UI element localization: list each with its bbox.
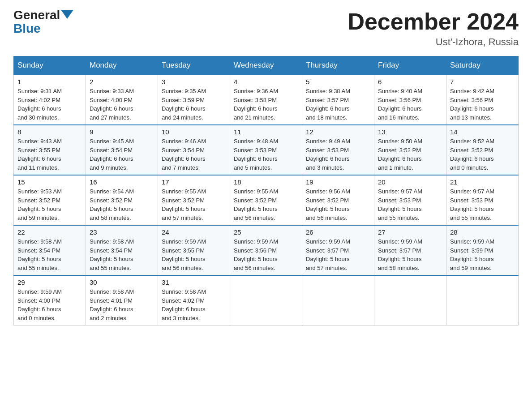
weekday-header-row: SundayMondayTuesdayWednesdayThursdayFrid… <box>14 56 519 75</box>
calendar-cell: 19Sunrise: 9:56 AMSunset: 3:52 PMDayligh… <box>302 175 374 225</box>
calendar-cell: 16Sunrise: 9:54 AMSunset: 3:52 PMDayligh… <box>86 175 158 225</box>
day-number: 13 <box>378 128 442 136</box>
day-info: Sunrise: 9:59 AMSunset: 3:59 PMDaylight:… <box>450 237 515 272</box>
weekday-header-friday: Friday <box>374 56 446 75</box>
calendar-cell: 15Sunrise: 9:53 AMSunset: 3:52 PMDayligh… <box>14 175 86 225</box>
day-info: Sunrise: 9:55 AMSunset: 3:52 PMDaylight:… <box>162 187 226 222</box>
calendar-cell: 23Sunrise: 9:58 AMSunset: 3:54 PMDayligh… <box>86 225 158 275</box>
logo-general-text: General <box>13 9 60 21</box>
calendar-cell: 24Sunrise: 9:59 AMSunset: 3:55 PMDayligh… <box>158 225 230 275</box>
page-header: General Blue December 2024 Ust'-Izhora, … <box>13 9 519 48</box>
calendar-cell <box>374 275 446 325</box>
day-info: Sunrise: 9:58 AMSunset: 3:54 PMDaylight:… <box>90 237 154 272</box>
day-number: 31 <box>162 278 226 286</box>
day-info: Sunrise: 9:45 AMSunset: 3:54 PMDaylight:… <box>90 137 154 172</box>
day-number: 6 <box>378 78 442 86</box>
week-row-3: 15Sunrise: 9:53 AMSunset: 3:52 PMDayligh… <box>14 175 519 225</box>
calendar-cell: 7Sunrise: 9:42 AMSunset: 3:56 PMDaylight… <box>446 75 519 125</box>
calendar-cell: 28Sunrise: 9:59 AMSunset: 3:59 PMDayligh… <box>446 225 519 275</box>
day-number: 10 <box>162 128 226 136</box>
day-number: 29 <box>17 278 82 286</box>
day-number: 8 <box>17 128 82 136</box>
day-info: Sunrise: 9:57 AMSunset: 3:53 PMDaylight:… <box>378 187 442 222</box>
day-info: Sunrise: 9:55 AMSunset: 3:52 PMDaylight:… <box>234 187 298 222</box>
calendar-cell: 8Sunrise: 9:43 AMSunset: 3:55 PMDaylight… <box>14 125 86 175</box>
calendar-cell: 6Sunrise: 9:40 AMSunset: 3:56 PMDaylight… <box>374 75 446 125</box>
day-number: 11 <box>234 128 298 136</box>
calendar-cell: 26Sunrise: 9:59 AMSunset: 3:57 PMDayligh… <box>302 225 374 275</box>
day-info: Sunrise: 9:54 AMSunset: 3:52 PMDaylight:… <box>90 187 154 222</box>
day-info: Sunrise: 9:35 AMSunset: 3:59 PMDaylight:… <box>162 87 226 122</box>
day-info: Sunrise: 9:52 AMSunset: 3:52 PMDaylight:… <box>450 137 515 172</box>
weekday-header-thursday: Thursday <box>302 56 374 75</box>
day-number: 17 <box>162 178 226 186</box>
day-number: 22 <box>17 228 82 236</box>
calendar-cell: 30Sunrise: 9:58 AMSunset: 4:01 PMDayligh… <box>86 275 158 325</box>
day-number: 19 <box>306 178 370 186</box>
weekday-header-tuesday: Tuesday <box>158 56 230 75</box>
day-info: Sunrise: 9:59 AMSunset: 3:57 PMDaylight:… <box>378 237 442 272</box>
day-number: 7 <box>450 78 515 86</box>
day-number: 18 <box>234 178 298 186</box>
day-number: 24 <box>162 228 226 236</box>
day-info: Sunrise: 9:53 AMSunset: 3:52 PMDaylight:… <box>17 187 82 222</box>
calendar-cell: 18Sunrise: 9:55 AMSunset: 3:52 PMDayligh… <box>230 175 302 225</box>
day-number: 27 <box>378 228 442 236</box>
day-number: 23 <box>90 228 154 236</box>
day-number: 4 <box>234 78 298 86</box>
day-number: 9 <box>90 128 154 136</box>
calendar-cell: 29Sunrise: 9:59 AMSunset: 4:00 PMDayligh… <box>14 275 86 325</box>
calendar-cell: 27Sunrise: 9:59 AMSunset: 3:57 PMDayligh… <box>374 225 446 275</box>
weekday-header-saturday: Saturday <box>446 56 519 75</box>
month-title: December 2024 <box>348 9 519 34</box>
calendar-cell: 4Sunrise: 9:36 AMSunset: 3:58 PMDaylight… <box>230 75 302 125</box>
day-number: 15 <box>17 178 82 186</box>
logo-blue-text: Blue <box>13 21 41 35</box>
calendar-cell: 22Sunrise: 9:58 AMSunset: 3:54 PMDayligh… <box>14 225 86 275</box>
day-number: 20 <box>378 178 442 186</box>
day-number: 14 <box>450 128 515 136</box>
day-number: 30 <box>90 278 154 286</box>
day-info: Sunrise: 9:59 AMSunset: 4:00 PMDaylight:… <box>17 287 82 322</box>
week-row-2: 8Sunrise: 9:43 AMSunset: 3:55 PMDaylight… <box>14 125 519 175</box>
calendar-body: 1Sunrise: 9:31 AMSunset: 4:02 PMDaylight… <box>14 75 519 325</box>
weekday-header-monday: Monday <box>86 56 158 75</box>
day-info: Sunrise: 9:58 AMSunset: 3:54 PMDaylight:… <box>17 237 82 272</box>
calendar-cell: 2Sunrise: 9:33 AMSunset: 4:00 PMDaylight… <box>86 75 158 125</box>
day-number: 5 <box>306 78 370 86</box>
day-number: 21 <box>450 178 515 186</box>
weekday-header-wednesday: Wednesday <box>230 56 302 75</box>
day-number: 16 <box>90 178 154 186</box>
day-info: Sunrise: 9:40 AMSunset: 3:56 PMDaylight:… <box>378 87 442 122</box>
calendar-cell: 12Sunrise: 9:49 AMSunset: 3:53 PMDayligh… <box>302 125 374 175</box>
day-info: Sunrise: 9:50 AMSunset: 3:52 PMDaylight:… <box>378 137 442 172</box>
calendar-cell: 1Sunrise: 9:31 AMSunset: 4:02 PMDaylight… <box>14 75 86 125</box>
week-row-4: 22Sunrise: 9:58 AMSunset: 3:54 PMDayligh… <box>14 225 519 275</box>
calendar-cell: 14Sunrise: 9:52 AMSunset: 3:52 PMDayligh… <box>446 125 519 175</box>
calendar-cell: 5Sunrise: 9:38 AMSunset: 3:57 PMDaylight… <box>302 75 374 125</box>
day-info: Sunrise: 9:48 AMSunset: 3:53 PMDaylight:… <box>234 137 298 172</box>
day-info: Sunrise: 9:59 AMSunset: 3:57 PMDaylight:… <box>306 237 370 272</box>
day-info: Sunrise: 9:56 AMSunset: 3:52 PMDaylight:… <box>306 187 370 222</box>
calendar-cell: 21Sunrise: 9:57 AMSunset: 3:53 PMDayligh… <box>446 175 519 225</box>
calendar-cell: 25Sunrise: 9:59 AMSunset: 3:56 PMDayligh… <box>230 225 302 275</box>
week-row-1: 1Sunrise: 9:31 AMSunset: 4:02 PMDaylight… <box>14 75 519 125</box>
calendar-cell <box>302 275 374 325</box>
week-row-5: 29Sunrise: 9:59 AMSunset: 4:00 PMDayligh… <box>14 275 519 325</box>
day-info: Sunrise: 9:49 AMSunset: 3:53 PMDaylight:… <box>306 137 370 172</box>
day-info: Sunrise: 9:59 AMSunset: 3:55 PMDaylight:… <box>162 237 226 272</box>
calendar-cell: 17Sunrise: 9:55 AMSunset: 3:52 PMDayligh… <box>158 175 230 225</box>
calendar-cell: 11Sunrise: 9:48 AMSunset: 3:53 PMDayligh… <box>230 125 302 175</box>
day-info: Sunrise: 9:43 AMSunset: 3:55 PMDaylight:… <box>17 137 82 172</box>
calendar-cell: 3Sunrise: 9:35 AMSunset: 3:59 PMDaylight… <box>158 75 230 125</box>
calendar-cell: 31Sunrise: 9:58 AMSunset: 4:02 PMDayligh… <box>158 275 230 325</box>
day-info: Sunrise: 9:33 AMSunset: 4:00 PMDaylight:… <box>90 87 154 122</box>
day-info: Sunrise: 9:31 AMSunset: 4:02 PMDaylight:… <box>17 87 82 122</box>
title-block: December 2024 Ust'-Izhora, Russia <box>348 9 519 48</box>
day-info: Sunrise: 9:38 AMSunset: 3:57 PMDaylight:… <box>306 87 370 122</box>
calendar-cell: 13Sunrise: 9:50 AMSunset: 3:52 PMDayligh… <box>374 125 446 175</box>
day-info: Sunrise: 9:58 AMSunset: 4:02 PMDaylight:… <box>162 287 226 322</box>
day-info: Sunrise: 9:57 AMSunset: 3:53 PMDaylight:… <box>450 187 515 222</box>
day-number: 1 <box>17 78 82 86</box>
logo-triangle-icon <box>61 10 73 19</box>
